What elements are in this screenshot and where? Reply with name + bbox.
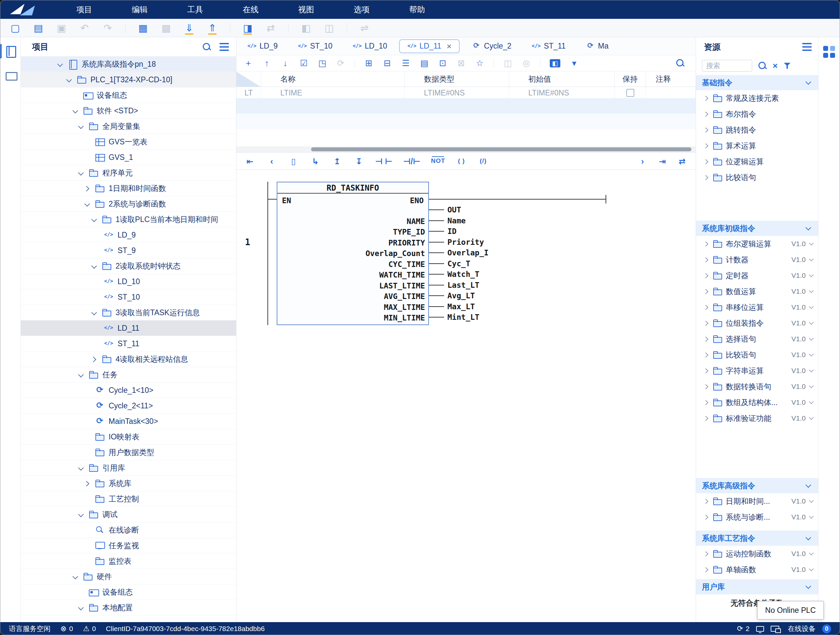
expand-arrow-icon[interactable] — [701, 286, 712, 297]
go-last-icon[interactable]: ⇥ — [657, 156, 668, 166]
insert-row-icon[interactable]: ⊞ — [364, 59, 373, 67]
column-header-initial[interactable]: 初始值 — [509, 71, 615, 87]
tree-item[interactable]: GVS一览表 — [21, 134, 236, 150]
tree-item[interactable]: 任务监视 — [21, 538, 236, 553]
resource-section-header[interactable]: 用户库 — [696, 579, 818, 594]
editor-tab[interactable]: Ma — [578, 39, 616, 53]
tree-item[interactable]: 软件 <STD> — [21, 103, 236, 119]
variable-init-cell[interactable]: LTIME#0NS — [509, 87, 615, 98]
next-network-icon[interactable]: › — [637, 156, 648, 166]
collapse-all-icon[interactable] — [802, 43, 812, 51]
upload-from-plc-icon[interactable]: ⇑ — [207, 23, 218, 33]
output-connection[interactable]: Cyc_T — [429, 258, 489, 269]
output-connection[interactable]: Overlap_I — [429, 247, 489, 258]
resource-item[interactable]: 位组装指令 V1.0 — [696, 315, 818, 331]
menu-item[interactable]: 帮助 — [389, 4, 445, 15]
resource-item[interactable]: 定时器 V1.0 — [696, 268, 818, 283]
expand-arrow-icon[interactable] — [88, 259, 101, 272]
tree-item[interactable]: 1日期和时间函数 — [21, 181, 236, 196]
resource-item[interactable]: 数组及结构体... V1.0 — [696, 394, 818, 410]
expand-arrow-icon[interactable] — [701, 238, 712, 249]
chart-icon[interactable]: ◫ — [503, 59, 512, 67]
tree-item[interactable]: 1读取PLC当前本地日期和时间 — [21, 212, 236, 227]
menu-item[interactable]: 工具 — [167, 4, 223, 15]
editor-tab[interactable]: Cycle_2 — [464, 39, 519, 53]
tree-item[interactable]: 全局变量集 — [21, 119, 236, 134]
expand-arrow-icon[interactable] — [54, 57, 67, 71]
expand-arrow-icon[interactable] — [75, 120, 88, 133]
widgets-icon[interactable] — [823, 46, 835, 58]
expand-arrow-icon[interactable] — [701, 397, 712, 408]
column-header-retain[interactable]: 保持 — [615, 71, 646, 87]
chevron-down-icon[interactable] — [805, 535, 812, 542]
tree-item[interactable]: 设备组态 — [21, 87, 236, 103]
expand-arrow-icon[interactable] — [75, 601, 88, 614]
expand-arrow-icon[interactable] — [701, 496, 712, 507]
tree-item[interactable]: 2系统与诊断函数 — [21, 196, 236, 212]
expand-arrow-icon[interactable] — [701, 108, 712, 120]
expand-arrow-icon[interactable] — [701, 254, 712, 265]
expand-arrow-icon[interactable] — [701, 381, 712, 392]
resource-item[interactable]: 日期和时间... V1.0 — [696, 493, 818, 509]
expand-arrow-icon[interactable] — [81, 182, 94, 195]
project-search-icon[interactable] — [202, 42, 212, 52]
expand-arrow-icon[interactable] — [701, 124, 712, 135]
tree-item[interactable]: 设备组态 — [21, 584, 236, 600]
resource-item-version[interactable]: V1.0 — [791, 383, 813, 391]
expand-arrow-icon[interactable] — [701, 333, 712, 345]
expand-arrow-icon[interactable] — [69, 570, 82, 583]
editor-tab[interactable]: LD_9 — [239, 39, 286, 53]
clear-search-icon[interactable]: × — [773, 62, 778, 70]
resource-item[interactable]: 选择语句 V1.0 — [696, 331, 818, 347]
resource-item[interactable]: 运动控制函数 V1.0 — [696, 546, 818, 562]
ladder-canvas[interactable]: 1 RD_TASKINFO EN ENO NAME — [237, 170, 696, 622]
tree-item[interactable]: 4读取相关远程站信息 — [21, 352, 236, 367]
expand-arrow-icon[interactable] — [701, 548, 712, 559]
tree-item[interactable]: 系统库高级指令pn_18 — [21, 57, 236, 72]
project-filter-icon[interactable] — [219, 43, 229, 51]
favorite-icon[interactable]: ☆ — [475, 59, 485, 67]
save-icon[interactable]: ▣ — [56, 23, 67, 33]
resource-item-version[interactable]: V1.0 — [791, 550, 813, 558]
resource-item-version[interactable]: V1.0 — [791, 351, 813, 359]
resource-item-version[interactable]: V1.0 — [791, 287, 813, 295]
tree-item[interactable]: LD_9 — [21, 227, 236, 243]
import-doc-icon[interactable]: ◫ — [324, 23, 335, 33]
retain-checkbox[interactable] — [626, 89, 634, 97]
contact-negated-icon[interactable]: ⊣/⊢ — [403, 156, 421, 166]
expand-arrow-icon[interactable] — [701, 365, 712, 376]
scrollbar-thumb[interactable] — [311, 147, 692, 151]
module-grid-icon[interactable]: ▩ — [161, 23, 172, 33]
expand-arrow-icon[interactable] — [701, 302, 712, 313]
resource-section-header[interactable]: 系统库高级指令 — [696, 478, 818, 493]
resource-item-version[interactable]: V1.0 — [791, 513, 813, 521]
row-handle[interactable]: LT — [237, 87, 261, 98]
menu-item[interactable]: 编辑 — [112, 4, 167, 15]
resource-item[interactable]: 计数器 V1.0 — [696, 252, 818, 268]
expand-arrow-icon[interactable] — [81, 197, 94, 211]
toolbar-separator[interactable] — [540, 59, 540, 67]
go-first-icon[interactable]: ⇤ — [244, 156, 256, 166]
toolbar-separator[interactable] — [355, 59, 355, 67]
tree-item[interactable]: IO映射表 — [21, 429, 236, 445]
column-header-datatype[interactable]: 数据类型 — [405, 71, 509, 87]
resource-section-header[interactable]: 系统库初级指令 — [696, 221, 818, 236]
menu-item[interactable]: 在线 — [223, 4, 278, 15]
expand-arrow-icon[interactable] — [701, 511, 712, 523]
expand-arrow-icon[interactable] — [701, 564, 712, 575]
download-to-plc-icon[interactable]: ⇓ — [183, 23, 195, 33]
move-up-icon[interactable]: ↑ — [262, 59, 272, 67]
display-icon[interactable] — [756, 626, 764, 632]
new-file-icon[interactable]: ▢ — [9, 23, 21, 33]
resource-item-version[interactable]: V1.0 — [791, 272, 813, 280]
resource-item[interactable]: 布尔指令 — [696, 106, 818, 122]
chevron-down-icon[interactable] — [805, 79, 812, 86]
line-down-icon[interactable]: ↧ — [353, 156, 365, 166]
delete-row-icon[interactable]: ⊟ — [383, 59, 392, 67]
view-dropdown-icon[interactable]: ▾ — [570, 59, 579, 67]
tree-item[interactable]: ST_11 — [21, 336, 236, 352]
export-doc-icon[interactable]: ◧ — [300, 23, 312, 33]
expand-arrow-icon[interactable] — [75, 461, 88, 474]
expand-arrow-icon[interactable] — [88, 306, 101, 319]
refresh-icon[interactable]: ⟳ — [336, 59, 345, 67]
